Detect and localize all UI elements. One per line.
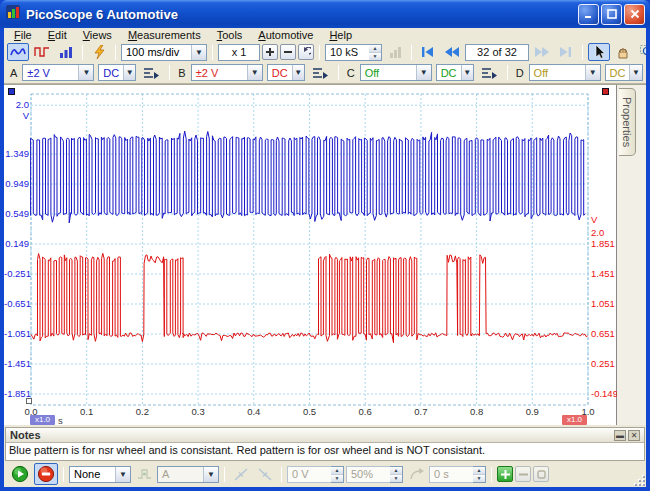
trigger-mode-select[interactable]: None ▼ bbox=[69, 466, 131, 483]
notes-close-button[interactable]: ✕ bbox=[628, 430, 640, 441]
channel-b-range-select[interactable]: ±2 V▼ bbox=[191, 64, 263, 81]
main-toolbar: 100 ms/div ▼ x 1 10 kS ▲▼ 32 of 32 bbox=[4, 42, 646, 62]
delete-measurement-button bbox=[515, 466, 531, 482]
channel-b-coupling-value: DC bbox=[268, 67, 292, 79]
channel-a-options-button[interactable] bbox=[140, 64, 162, 82]
menu-tools[interactable]: Tools bbox=[209, 28, 251, 42]
spin-up-icon: ▲ bbox=[390, 467, 402, 475]
spin-up-icon[interactable]: ▲ bbox=[369, 45, 381, 53]
channel-c-coupling-select[interactable]: DC▼ bbox=[436, 64, 474, 81]
menu-file[interactable]: File bbox=[6, 28, 40, 42]
stop-button[interactable] bbox=[34, 463, 58, 485]
pan-tool-button[interactable] bbox=[612, 43, 634, 61]
next-icon bbox=[534, 46, 550, 58]
minus-icon bbox=[519, 470, 528, 479]
menu-help[interactable]: Help bbox=[321, 28, 360, 42]
window-bottom-border bbox=[0, 487, 650, 491]
chevron-down-icon[interactable]: ▼ bbox=[585, 65, 600, 80]
maximize-button[interactable] bbox=[601, 4, 622, 25]
channel-d-coupling-value: DC bbox=[606, 67, 630, 79]
channel-c-range-select[interactable]: Off▼ bbox=[360, 64, 432, 81]
marquee-zoom-button[interactable] bbox=[636, 43, 646, 61]
menu-views[interactable]: Views bbox=[75, 28, 120, 42]
window-content: FileEditViewsMeasurementsToolsAutomotive… bbox=[4, 28, 646, 487]
edit-icon bbox=[537, 470, 546, 479]
scope-plot[interactable] bbox=[4, 85, 617, 426]
falling-edge-button bbox=[254, 465, 276, 483]
close-button[interactable] bbox=[624, 4, 645, 25]
scope-mode-button[interactable] bbox=[7, 43, 29, 61]
separator bbox=[411, 45, 412, 60]
go-icon bbox=[11, 465, 29, 483]
separator bbox=[115, 45, 116, 60]
first-icon bbox=[421, 46, 435, 58]
trigger-threshold-spinner: 0 V ▲▼ bbox=[287, 466, 344, 483]
zoom-factor-decrease-button[interactable] bbox=[280, 44, 296, 60]
right-axis-scale-badge[interactable]: x1.0 bbox=[562, 415, 587, 425]
chevron-down-icon[interactable]: ▼ bbox=[78, 65, 93, 80]
chevron-down-icon[interactable]: ▼ bbox=[123, 65, 135, 80]
chevron-down-icon[interactable]: ▼ bbox=[292, 65, 304, 80]
minus-icon bbox=[284, 48, 292, 56]
menu-measurements[interactable]: Measurements bbox=[120, 28, 209, 42]
chevron-down-icon[interactable]: ▼ bbox=[416, 65, 431, 80]
menu-automotive[interactable]: Automotive bbox=[250, 28, 321, 42]
spectrum-mode-button[interactable] bbox=[31, 43, 53, 61]
menu-edit[interactable]: Edit bbox=[40, 28, 75, 42]
notes-text[interactable]: Blue pattern is for nsr wheel and is con… bbox=[6, 443, 644, 460]
zoom-factor-increase-button[interactable] bbox=[262, 44, 278, 60]
chart-area[interactable]: 2.0V1.3490.9490.5490.149-0.251-0.651-1.0… bbox=[4, 85, 617, 425]
chevron-down-icon[interactable]: ▼ bbox=[191, 45, 206, 60]
chevron-down-icon[interactable]: ▼ bbox=[629, 65, 641, 80]
add-measurement-button[interactable] bbox=[497, 466, 513, 482]
channel-b-axis-handle[interactable] bbox=[602, 88, 609, 95]
menu-bar: FileEditViewsMeasurementsToolsAutomotive… bbox=[4, 28, 646, 42]
sample-mode-button bbox=[384, 43, 406, 61]
zoom-factor-reset-button[interactable] bbox=[298, 44, 314, 60]
channel-c-options-button[interactable] bbox=[478, 64, 500, 82]
separator bbox=[491, 467, 492, 482]
title-bar[interactable]: PicoScope 6 Automotive bbox=[0, 0, 650, 28]
spin-up-icon: ▲ bbox=[473, 467, 485, 475]
auto-setup-button[interactable] bbox=[88, 43, 110, 61]
origin-handle[interactable] bbox=[26, 398, 32, 404]
sample-count-spinner[interactable]: 10 kS ▲▼ bbox=[325, 44, 382, 61]
notes-minimize-button[interactable]: ▬ bbox=[614, 430, 626, 441]
channel-c-label: C bbox=[344, 67, 358, 79]
curved-arrow-icon bbox=[409, 468, 424, 481]
channel-a-axis-handle[interactable] bbox=[8, 88, 15, 95]
properties-tab-label: Properties bbox=[621, 97, 633, 147]
pointer-tool-button[interactable] bbox=[588, 43, 610, 61]
chevron-down-icon[interactable]: ▼ bbox=[461, 65, 473, 80]
channel-d-label: D bbox=[513, 67, 527, 79]
timebase-select[interactable]: 100 ms/div ▼ bbox=[121, 44, 207, 61]
channel-a-range-value: ±2 V bbox=[23, 67, 78, 79]
chevron-down-icon[interactable]: ▼ bbox=[115, 467, 130, 482]
separator bbox=[582, 45, 583, 60]
left-axis-scale-badge[interactable]: x1.0 bbox=[30, 415, 55, 425]
notes-title-bar[interactable]: Notes ▬ ✕ bbox=[6, 428, 644, 443]
pre-trigger-spinner: 50% ▲▼ bbox=[346, 466, 403, 483]
buffer-position-field[interactable]: 32 of 32 bbox=[465, 44, 529, 61]
channel-c-coupling-value: DC bbox=[437, 67, 461, 79]
channel-d-coupling-select[interactable]: DC▼ bbox=[605, 64, 643, 81]
chevron-down-icon[interactable]: ▼ bbox=[247, 65, 262, 80]
persistence-mode-button[interactable] bbox=[55, 43, 77, 61]
channel-b-options-button[interactable] bbox=[309, 64, 331, 82]
channel-d-range-select[interactable]: Off▼ bbox=[529, 64, 601, 81]
spin-down-icon[interactable]: ▼ bbox=[369, 53, 381, 60]
channel-a-coupling-select[interactable]: DC▼ bbox=[98, 64, 136, 81]
channel-a-range-select[interactable]: ±2 V▼ bbox=[22, 64, 94, 81]
channel-a-trace bbox=[31, 131, 586, 223]
first-buffer-button[interactable] bbox=[417, 43, 439, 61]
channel-b-label: B bbox=[175, 67, 188, 79]
channel-b-coupling-select[interactable]: DC▼ bbox=[267, 64, 305, 81]
square-wave-icon bbox=[34, 46, 50, 58]
channel-toolbar: A±2 V▼DC▼B±2 V▼DC▼COff▼DC▼DOff▼DC▼ bbox=[4, 62, 646, 84]
previous-buffer-button[interactable] bbox=[441, 43, 463, 61]
minimize-button[interactable] bbox=[578, 4, 599, 25]
properties-tab[interactable]: Properties bbox=[619, 88, 636, 156]
resize-grip[interactable] bbox=[633, 474, 645, 486]
histogram-gray-icon bbox=[388, 46, 402, 58]
go-button[interactable] bbox=[8, 463, 32, 485]
